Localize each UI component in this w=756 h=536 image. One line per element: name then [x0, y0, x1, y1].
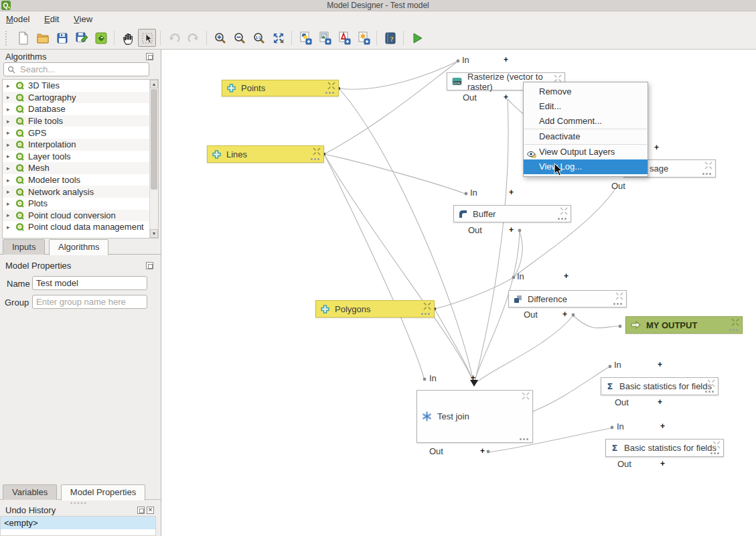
close-panel-icon[interactable]: ✕ — [147, 507, 154, 514]
float-panel-icon[interactable] — [146, 53, 153, 60]
expand-arrow-icon[interactable]: ▸ — [7, 224, 15, 230]
comment-dots-icon[interactable] — [558, 218, 566, 220]
float-panel-icon[interactable] — [146, 262, 153, 269]
algorithm-category-network-analysis[interactable]: ▸Network analysis — [3, 186, 158, 198]
collapse-icon[interactable] — [327, 82, 335, 90]
expand-arrow-icon[interactable]: ▸ — [7, 82, 15, 89]
menu-edit[interactable]: Edit — [38, 12, 65, 26]
algorithm-category-gps[interactable]: ▸GPS — [3, 127, 158, 139]
expand-arrow-icon[interactable]: ▸ — [7, 153, 15, 159]
menu-view[interactable]: View — [68, 12, 98, 26]
expand-links-button[interactable]: + — [564, 271, 569, 281]
algorithm-category-3d-tiles[interactable]: ▸3D Tiles — [3, 80, 158, 92]
algorithm-category-plots[interactable]: ▸Plots — [3, 198, 158, 210]
float-panel-icon[interactable] — [137, 507, 145, 514]
expand-links-button[interactable]: + — [480, 446, 485, 456]
expand-arrow-icon[interactable]: ▸ — [7, 188, 15, 195]
toolbar-handle[interactable] — [5, 31, 9, 46]
expand-arrow-icon[interactable]: ▸ — [7, 200, 15, 207]
comment-dots-icon[interactable] — [710, 452, 719, 454]
run-model-icon[interactable] — [408, 29, 426, 47]
expand-links-button[interactable]: + — [471, 373, 475, 383]
algorithm-search[interactable] — [3, 62, 149, 76]
save-model-icon[interactable] — [53, 29, 71, 47]
node-input-polygons[interactable]: Polygons — [315, 300, 435, 318]
algorithm-category-database[interactable]: ▸Database — [3, 103, 158, 115]
expand-arrow-icon[interactable]: ▸ — [7, 165, 15, 172]
expand-arrow-icon[interactable]: ▸ — [7, 129, 15, 136]
collapse-icon[interactable] — [615, 292, 623, 300]
comment-dots-icon[interactable] — [325, 92, 334, 94]
export-as-image-icon[interactable] — [315, 29, 333, 47]
tab-variables[interactable]: Variables — [3, 484, 57, 500]
expand-arrow-icon[interactable]: ▸ — [7, 106, 15, 113]
menu-item-deactivate[interactable]: Deactivate — [524, 129, 648, 144]
collapse-icon[interactable] — [704, 161, 712, 170]
zoom-full-icon[interactable] — [269, 29, 287, 47]
tab-algorithms[interactable]: Algorithms — [49, 239, 108, 255]
expand-arrow-icon[interactable]: ▸ — [7, 94, 15, 100]
zoom-out-icon[interactable] — [230, 29, 248, 47]
comment-dots-icon[interactable] — [613, 303, 622, 305]
scroll-up-icon[interactable]: ▲ — [150, 80, 158, 88]
node-buffer[interactable]: Buffer — [453, 205, 571, 222]
export-as-pdf-icon[interactable] — [335, 29, 353, 47]
select-tool-icon[interactable] — [138, 29, 156, 47]
collapse-icon[interactable] — [707, 379, 715, 387]
menu-model[interactable]: Model — [0, 12, 35, 26]
algorithm-list-scrollbar[interactable]: ▲ ▼ — [149, 80, 158, 238]
save-model-in-project-icon[interactable] — [92, 29, 110, 47]
algorithm-category-layer-tools[interactable]: ▸Layer tools — [3, 151, 158, 163]
node-output-my-output[interactable]: MY OUTPUT — [625, 316, 743, 334]
undo-history-row[interactable]: <empty> — [1, 517, 155, 529]
comment-dots-icon[interactable] — [421, 313, 430, 315]
menu-item-remove[interactable]: Remove — [524, 84, 648, 99]
menu-item-add-comment[interactable]: Add Comment... — [524, 114, 648, 129]
menu-item-view-output-layers[interactable]: View Output Layers — [524, 145, 648, 159]
save-model-as-icon[interactable] — [72, 29, 90, 47]
collapse-icon[interactable] — [731, 318, 739, 326]
algorithm-category-point-cloud-conversion[interactable]: ▸Point cloud conversion — [3, 210, 158, 222]
model-canvas[interactable]: Points Lines Polygons In + GDAL Rasteriz… — [161, 50, 756, 536]
expand-links-button[interactable]: + — [658, 360, 662, 369]
comment-dots-icon[interactable] — [311, 158, 319, 160]
export-as-svg-icon[interactable] — [354, 29, 372, 47]
zoom-actual-icon[interactable]: 1:1 — [250, 29, 268, 47]
comment-dots-icon[interactable] — [702, 173, 711, 175]
model-group-field[interactable] — [32, 295, 147, 309]
comment-dots-icon[interactable] — [520, 438, 528, 440]
expand-links-button[interactable]: + — [509, 225, 514, 234]
expand-links-button[interactable]: + — [660, 459, 665, 468]
expand-links-button[interactable]: + — [504, 55, 508, 64]
algorithm-category-modeler-tools[interactable]: ▸Modeler tools — [3, 174, 158, 186]
model-name-field[interactable] — [32, 276, 147, 290]
collapse-icon[interactable] — [522, 392, 530, 400]
expand-arrow-icon[interactable]: ▸ — [7, 212, 15, 218]
tab-model-properties[interactable]: Model Properties — [61, 484, 145, 500]
expand-links-button[interactable]: + — [504, 92, 508, 102]
expand-links-button[interactable]: + — [654, 143, 659, 152]
algorithm-category-point-cloud-data-management[interactable]: ▸Point cloud data management — [3, 221, 158, 233]
algorithm-category-interpolation[interactable]: ▸Interpolation — [3, 139, 158, 151]
expand-links-button[interactable]: + — [660, 421, 665, 431]
collapse-icon[interactable] — [712, 441, 721, 449]
expand-arrow-icon[interactable]: ▸ — [7, 118, 15, 125]
algorithm-category-mesh[interactable]: ▸Mesh — [3, 162, 158, 174]
node-input-lines[interactable]: Lines — [207, 145, 324, 163]
splitter-handle[interactable]: ••••• — [70, 500, 88, 507]
new-model-icon[interactable] — [14, 29, 32, 47]
node-difference[interactable]: Difference — [508, 290, 627, 308]
scrollbar-thumb[interactable] — [151, 89, 157, 190]
algorithm-category-file-tools[interactable]: ▸File tools — [3, 115, 158, 127]
scroll-down-icon[interactable]: ▼ — [150, 229, 158, 238]
node-test-join[interactable]: Test join — [417, 390, 533, 443]
search-input[interactable] — [19, 64, 145, 75]
algorithm-category-cartography[interactable]: ▸Cartography — [3, 92, 158, 104]
collapse-icon[interactable] — [560, 207, 568, 215]
expand-links-button[interactable]: + — [562, 310, 567, 319]
export-as-python-icon[interactable] — [296, 29, 314, 47]
comment-dots-icon[interactable] — [729, 329, 738, 331]
expand-links-button[interactable]: + — [658, 397, 662, 407]
node-basic-statistics-bottom[interactable]: Σ Basic statistics for fields — [605, 439, 724, 457]
node-input-points[interactable]: Points — [222, 80, 339, 96]
